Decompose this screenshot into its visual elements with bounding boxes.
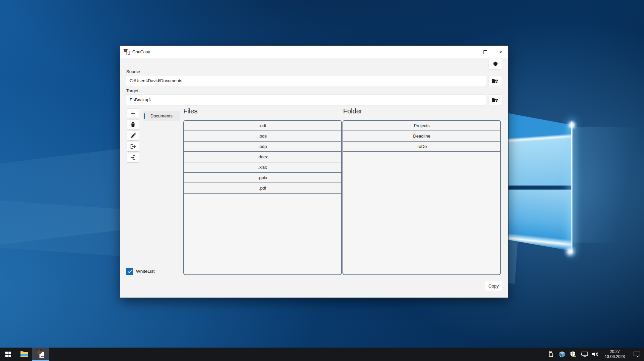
pencil-icon	[131, 133, 136, 138]
folder-pin-icon	[492, 97, 498, 103]
file-extension-row[interactable]: .odt	[184, 121, 341, 131]
clock-date: 13.06.2023	[605, 354, 625, 359]
wallpaper-light-rays	[571, 127, 644, 243]
profile-label: Documents	[150, 113, 173, 118]
settings-button[interactable]	[489, 58, 502, 69]
file-extension: .ods	[259, 134, 267, 139]
windows-logo-icon	[5, 352, 11, 357]
source-label: Source	[126, 69, 140, 74]
file-extension: .xlsx	[258, 165, 267, 170]
file-extension: .pdf	[259, 186, 266, 191]
file-extension: .pptx	[258, 175, 267, 180]
wallpaper-glint	[563, 245, 577, 258]
file-extension-row[interactable]: .pdf	[184, 183, 341, 194]
file-explorer-button[interactable]	[16, 348, 32, 361]
folder-pin-icon	[492, 78, 498, 84]
whitelist-checkbox[interactable]	[126, 268, 133, 275]
gnucopy-app-icon	[37, 350, 45, 358]
profile-item-documents[interactable]: Documents	[143, 111, 180, 121]
window-title: GnuCopy	[132, 50, 150, 54]
export-icon	[130, 144, 136, 149]
files-panel: .odt .ods .odp .docx .xlsx .pptx .pdf	[183, 120, 342, 275]
whitelist-label: WhiteList	[136, 269, 155, 274]
file-explorer-icon	[20, 351, 28, 358]
file-extension-row[interactable]: .ods	[184, 131, 341, 142]
folder-name: ToDo	[417, 144, 427, 149]
file-extension-row[interactable]: .xlsx	[184, 162, 341, 173]
source-browse-button[interactable]	[488, 75, 502, 86]
clock-time: 20:27	[605, 349, 625, 354]
wallpaper-glint	[566, 119, 578, 131]
taskbar-clock[interactable]: 20:27 13.06.2023	[605, 349, 625, 359]
file-extension-row[interactable]: .docx	[184, 152, 341, 162]
target-input[interactable]	[126, 94, 486, 105]
file-extension: .docx	[257, 154, 268, 159]
action-center-icon	[633, 351, 641, 358]
wallpaper-window-edge-glow	[571, 121, 572, 253]
folder-panel: Projects Deadline ToDo	[342, 120, 501, 275]
folder-row[interactable]: Projects	[343, 121, 500, 131]
selection-indicator	[144, 113, 145, 119]
taskbar: ★	[0, 348, 644, 361]
import-icon	[130, 155, 136, 160]
import-profile-button[interactable]	[127, 153, 139, 163]
export-profile-button[interactable]	[127, 142, 139, 152]
usb-icon[interactable]	[547, 351, 555, 358]
target-browse-button[interactable]	[488, 94, 502, 105]
source-input[interactable]	[126, 75, 486, 86]
file-extension: .odp	[258, 144, 267, 149]
trash-icon	[131, 122, 135, 127]
action-center-button[interactable]	[632, 351, 642, 358]
folder-row[interactable]: Deadline	[343, 131, 500, 142]
minimize-button[interactable]	[462, 46, 477, 58]
system-tray: ★	[547, 348, 642, 361]
maximize-icon	[484, 50, 487, 54]
virtualbox-icon[interactable]: ★	[558, 351, 566, 358]
check-icon	[128, 270, 132, 273]
add-profile-button[interactable]	[127, 108, 139, 118]
gnucopy-taskbar-button[interactable]	[32, 348, 49, 361]
defender-icon[interactable]	[569, 351, 577, 358]
maximize-button[interactable]	[477, 46, 493, 58]
target-label: Target	[126, 88, 138, 93]
plus-icon	[131, 111, 135, 116]
close-button[interactable]: ✕	[493, 46, 508, 58]
minimize-icon	[468, 52, 472, 52]
svg-text:★: ★	[559, 355, 562, 358]
close-icon: ✕	[499, 50, 503, 54]
folder-row[interactable]: ToDo	[343, 142, 500, 152]
gear-icon	[493, 61, 498, 67]
volume-icon[interactable]	[592, 351, 599, 358]
edit-profile-button[interactable]	[127, 131, 139, 141]
start-button[interactable]	[0, 348, 16, 361]
folder-name: Projects	[414, 123, 430, 128]
file-extension: .odt	[259, 123, 266, 128]
folder-name: Deadline	[413, 134, 430, 139]
app-icon	[124, 49, 130, 55]
network-icon[interactable]	[581, 351, 588, 358]
file-extension-row[interactable]: .odp	[184, 142, 341, 152]
folder-header: Folder	[343, 107, 362, 115]
copy-button[interactable]: Copy	[485, 281, 502, 291]
gnucopy-window: GnuCopy ✕ Source Target	[120, 46, 508, 298]
files-header: Files	[183, 107, 197, 115]
file-extension-row[interactable]: .pptx	[184, 173, 341, 183]
titlebar[interactable]: GnuCopy ✕	[120, 46, 508, 58]
delete-profile-button[interactable]	[127, 119, 139, 130]
